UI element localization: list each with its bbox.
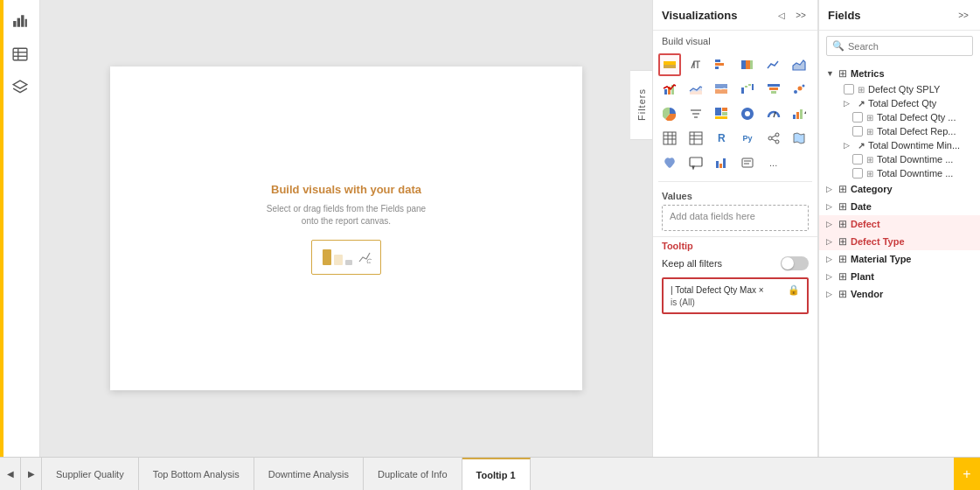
field-group-defect-type-header[interactable]: ▷ ⊞ Defect Type <box>819 233 980 250</box>
category-expand-icon: ▷ <box>826 185 835 193</box>
category-group-name: Category <box>851 184 893 194</box>
svg-rect-4 <box>13 48 27 60</box>
viz-line-cluster-btn[interactable] <box>658 78 681 101</box>
tab-next-btn[interactable]: ▶ <box>21 458 42 490</box>
viz-format-btn[interactable] <box>685 53 707 76</box>
viz-pie-btn[interactable] <box>658 102 681 125</box>
plant-table-icon: ⊞ <box>838 270 847 283</box>
field-group-category-header[interactable]: ▷ ⊞ Category <box>819 180 980 198</box>
field-item-total-downtime-min[interactable]: ▷ ↗ Total Downtime Min... <box>819 138 980 152</box>
fields-search-box[interactable]: 🔍 <box>826 36 973 56</box>
viz-funnel-btn[interactable] <box>762 78 785 101</box>
svg-rect-54 <box>690 132 702 144</box>
svg-point-44 <box>745 111 750 116</box>
keep-filters-toggle[interactable] <box>781 256 809 270</box>
viz-clustered-bar-btn[interactable] <box>710 53 733 76</box>
tab-prev-btn[interactable]: ◀ <box>0 458 21 490</box>
layers-icon[interactable] <box>6 74 34 102</box>
viz-map-btn[interactable] <box>788 127 810 150</box>
field-checkbox-2[interactable] <box>852 112 863 122</box>
field-group-vendor: ▷ ⊞ Vendor <box>819 285 980 303</box>
filter-card-top: | Total Defect Qty Max × 🔒 <box>671 284 800 296</box>
viz-scatter-btn[interactable] <box>788 78 810 101</box>
field-group-metrics-header[interactable]: ▼ ⊞ Metrics <box>819 65 980 82</box>
field-group-vendor-header[interactable]: ▷ ⊞ Vendor <box>819 285 980 303</box>
svg-marker-19 <box>793 60 805 70</box>
viz-gauge-btn[interactable] <box>762 102 785 125</box>
filter-card-sub: is (All) <box>671 298 800 307</box>
viz-area-btn[interactable] <box>788 53 810 76</box>
defect-type-table-icon: ⊞ <box>838 235 847 248</box>
field-group-date-header[interactable]: ▷ ⊞ Date <box>819 198 980 215</box>
search-icon: 🔍 <box>832 40 844 52</box>
viz-treemap-btn[interactable] <box>710 102 733 125</box>
add-data-fields[interactable]: Add data fields here <box>662 205 809 231</box>
viz-shape-map-btn[interactable] <box>658 151 681 174</box>
svg-rect-33 <box>771 91 776 94</box>
filter-lock-icon[interactable]: 🔒 <box>788 284 800 296</box>
field-item-defect-qty-sply[interactable]: ⊞ Defect Qty SPLY <box>819 82 980 96</box>
viz-100-bar-btn[interactable] <box>736 53 759 76</box>
field-item-total-downtime-1[interactable]: ⊞ Total Downtime ... <box>819 152 980 166</box>
metrics-group-name: Metrics <box>851 68 885 79</box>
svg-rect-66 <box>719 164 722 168</box>
viz-collapse-btn[interactable]: ◁ <box>774 7 789 23</box>
svg-rect-27 <box>741 88 744 94</box>
field-checkbox-4[interactable] <box>852 154 863 164</box>
tab-supplier-quality[interactable]: Supplier Quality <box>42 458 139 490</box>
bar-chart-icon[interactable] <box>6 7 34 35</box>
viz-decomp-btn[interactable] <box>762 127 785 150</box>
fields-panel: Fields >> 🔍 ▼ ⊞ Metrics ⊞ Defect Qty SPL… <box>818 0 980 457</box>
viz-r-btn[interactable]: R <box>710 127 733 150</box>
svg-rect-40 <box>715 108 721 116</box>
field-name-total-downtime-1: Total Downtime ... <box>877 154 953 164</box>
viz-waterfall-btn[interactable] <box>736 78 759 101</box>
svg-text:▲: ▲ <box>803 109 806 115</box>
viz-line-btn[interactable] <box>762 53 785 76</box>
filters-tab[interactable]: Filters <box>630 70 653 140</box>
viz-donut-btn[interactable] <box>736 102 759 125</box>
viz-area2-btn[interactable] <box>685 78 707 101</box>
viz-filter-vis-btn[interactable] <box>685 102 707 125</box>
field-item-total-defect-rep[interactable]: ⊞ Total Defect Rep... <box>819 124 980 138</box>
tab-duplicate-of-info[interactable]: Duplicate of Info <box>364 458 462 490</box>
field-item-total-downtime-2[interactable]: ⊞ Total Downtime ... <box>819 166 980 180</box>
bottom-tabs: ◀ ▶ Supplier Quality Top Bottom Analysis… <box>0 457 980 490</box>
svg-rect-43 <box>715 116 727 119</box>
field-item-total-defect-qty-1[interactable]: ⊞ Total Defect Qty ... <box>819 110 980 124</box>
viz-kpi-btn[interactable]: ▲ <box>788 102 810 125</box>
filter-card-actions: 🔒 <box>788 284 800 296</box>
tab-downtime-analysis[interactable]: Downtime Analysis <box>254 458 364 490</box>
left-sidebar <box>0 0 40 457</box>
table-icon[interactable] <box>6 40 34 68</box>
viz-column-btn[interactable] <box>710 151 733 174</box>
field-checkbox[interactable] <box>844 84 854 94</box>
viz-tooltip-btn[interactable] <box>685 151 707 174</box>
measure-icon-2: ⊞ <box>866 113 873 122</box>
viz-stacked-bar-btn[interactable] <box>658 53 681 76</box>
tab-tooltip-1[interactable]: Tooltip 1 <box>462 458 531 490</box>
viz-matrix-btn[interactable] <box>658 127 681 150</box>
field-group-plant-header[interactable]: ▷ ⊞ Plant <box>819 268 980 285</box>
viz-py-btn[interactable]: Py <box>736 127 759 150</box>
viz-table-btn[interactable] <box>685 127 707 150</box>
tab-add-btn[interactable]: + <box>954 458 980 490</box>
field-group-category: ▷ ⊞ Category <box>819 180 980 198</box>
viz-smart-narr-btn[interactable] <box>736 151 759 174</box>
field-group-defect-header[interactable]: ▷ ⊞ Defect <box>819 215 980 233</box>
defect-group-name: Defect <box>851 219 880 229</box>
canvas-page[interactable]: Build visuals with your data Select or d… <box>40 0 652 457</box>
tab-top-bottom-analysis[interactable]: Top Bottom Analysis <box>139 458 254 490</box>
viz-expand-btn[interactable]: >> <box>793 7 809 23</box>
field-checkbox-5[interactable] <box>852 168 863 178</box>
viz-panel: Filters Visualizations ◁ >> Build visual <box>652 0 818 457</box>
field-group-material-type-header[interactable]: ▷ ⊞ Material Type <box>819 250 980 268</box>
viz-ribbon-btn[interactable] <box>710 78 733 101</box>
field-item-total-defect-qty-group[interactable]: ▷ ↗ Total Defect Qty <box>819 96 980 110</box>
viz-more-btn[interactable]: ... <box>762 151 785 174</box>
defect-type-expand-icon: ▷ <box>826 237 835 246</box>
search-input[interactable] <box>848 41 969 52</box>
fields-expand-btn[interactable]: >> <box>956 7 971 23</box>
svg-point-60 <box>775 140 779 144</box>
field-checkbox-3[interactable] <box>852 126 863 136</box>
